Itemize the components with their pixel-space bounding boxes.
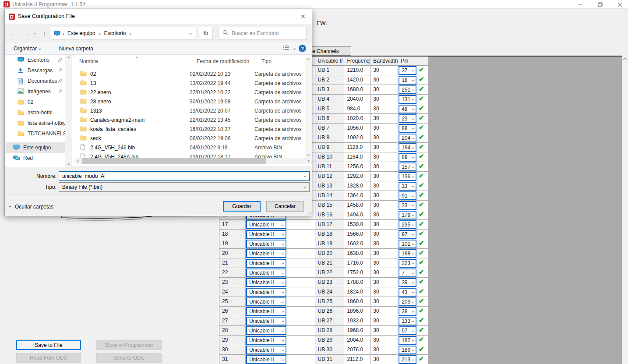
pin-dropdown[interactable]: 235 xyxy=(399,220,416,229)
sidebar-item-descargas[interactable]: Descargas xyxy=(6,65,65,76)
organize-menu[interactable]: Organizar xyxy=(14,46,41,52)
new-folder-button[interactable]: Nueva carpeta xyxy=(59,46,93,52)
view-options-chevron-icon[interactable] xyxy=(293,47,296,50)
sidebar-scroll-down-icon[interactable] xyxy=(65,161,72,167)
file-row[interactable]: 131313/02/2022 20:07Carpeta de archivos xyxy=(75,106,305,115)
mode-dropdown[interactable]: Unicable II xyxy=(246,355,286,364)
sidebar-item-este-equipo[interactable]: Este equipo xyxy=(6,142,65,153)
up-icon[interactable]: ↑ xyxy=(40,28,49,38)
pin-dropdown[interactable]: 213 xyxy=(399,355,416,364)
pin-dropdown[interactable]: 251 xyxy=(399,85,416,94)
pin-dropdown[interactable]: 48 xyxy=(399,105,416,113)
dialog-close-icon[interactable]: × xyxy=(299,12,307,21)
sidebar-item-escritorio[interactable]: Escritorio xyxy=(6,55,65,65)
pin-dropdown[interactable]: 37 xyxy=(399,66,416,75)
pin-dropdown[interactable]: 204 xyxy=(399,134,416,142)
list-scroll-up-icon[interactable] xyxy=(305,57,312,63)
filetype-select[interactable]: Binary File (*.bin) xyxy=(59,182,310,192)
sidebar-item-red[interactable]: Red xyxy=(6,153,65,163)
breadcrumb[interactable]: Este equipo Escritorio xyxy=(51,27,196,40)
pin-dropdown[interactable]: 97 xyxy=(399,230,416,239)
resize-grip[interactable] xyxy=(307,211,311,215)
save-to-file-button[interactable]: Save to File xyxy=(16,340,81,350)
restore-button[interactable] xyxy=(596,1,603,8)
pin-dropdown[interactable]: 101 xyxy=(399,240,416,248)
mode-dropdown[interactable]: Unicable II xyxy=(246,288,286,297)
file-list-scrollbar[interactable] xyxy=(305,57,312,158)
pin-dropdown[interactable]: 18 xyxy=(399,76,416,85)
save-button[interactable]: Guardar xyxy=(223,201,261,212)
forward-icon[interactable]: → xyxy=(21,28,31,38)
search-input[interactable]: Buscar en Escritorio xyxy=(219,27,307,40)
file-row[interactable]: 28 enero30/01/2022 19:08Carpeta de archi… xyxy=(75,97,305,106)
sidebar-item-02[interactable]: 02 xyxy=(6,97,65,107)
column-header-nombre[interactable]: Nombre xyxy=(75,57,192,66)
pin-dropdown[interactable]: 89 xyxy=(399,153,416,162)
pin-dropdown[interactable]: 131 xyxy=(399,95,416,104)
file-row[interactable]: 2.4G_V5H_246A.bin23/01/2022 18:17Archivo… xyxy=(75,152,305,158)
pin-dropdown[interactable]: 136 xyxy=(399,172,416,181)
file-list-horizontal-scrollbar[interactable] xyxy=(75,158,312,164)
sidebar-item-documentos[interactable]: Documentos xyxy=(6,76,65,86)
filename-dropdown-icon[interactable] xyxy=(303,175,306,177)
main-vertical-scrollbar[interactable] xyxy=(622,56,628,364)
pin-dropdown[interactable]: 91 xyxy=(399,191,416,200)
mode-dropdown[interactable]: Unicable II xyxy=(246,259,286,268)
pin-dropdown[interactable]: 209 xyxy=(399,297,416,306)
pin-dropdown[interactable]: 23 xyxy=(399,201,416,210)
sidebar-item-im-genes[interactable]: Imágenes xyxy=(6,86,65,97)
file-row[interactable]: 0202/02/2022 10:23Carpeta de archivos xyxy=(75,69,305,78)
scroll-right-icon[interactable] xyxy=(305,158,312,164)
pin-dropdown[interactable]: 13 xyxy=(399,182,416,191)
sidebar-item-astra-hotbi[interactable]: astra-hotbi xyxy=(6,107,65,118)
mode-dropdown[interactable]: Unicable II xyxy=(246,269,286,277)
send-to-odu-button[interactable]: Send to ODU xyxy=(96,353,162,363)
mode-dropdown[interactable]: Unicable II xyxy=(246,278,286,287)
pin-dropdown[interactable]: 7 xyxy=(399,269,416,277)
pin-dropdown[interactable]: 57 xyxy=(399,326,416,335)
column-header-fecha[interactable]: Fecha de modificación xyxy=(192,57,257,66)
mode-dropdown[interactable]: Unicable II xyxy=(246,326,286,335)
pin-dropdown[interactable]: 38 xyxy=(399,307,416,316)
horizontal-scroll-thumb[interactable] xyxy=(82,158,266,164)
store-in-programmer-button[interactable]: Store in Programmer xyxy=(96,340,162,350)
sidebar-item-tdtchannels[interactable]: TDTCHANNELS xyxy=(6,128,65,139)
pin-dropdown[interactable]: 182 xyxy=(399,336,416,345)
scroll-left-icon[interactable] xyxy=(75,158,82,164)
back-icon[interactable]: ← xyxy=(9,28,18,38)
mode-dropdown[interactable]: Unicable II xyxy=(246,297,286,306)
file-row[interactable]: 1313/02/2022 19:44Carpeta de archivos xyxy=(75,78,305,88)
pin-dropdown[interactable]: 23 xyxy=(399,114,416,123)
pin-dropdown[interactable]: 198 xyxy=(399,249,416,258)
list-scroll-down-icon[interactable] xyxy=(305,152,312,158)
help-icon[interactable]: ? xyxy=(299,45,306,52)
file-row[interactable]: seck06/02/2022 19:08Carpeta de archivos xyxy=(75,134,305,143)
breadcrumb-item-escritorio[interactable]: Escritorio xyxy=(104,30,126,36)
read-from-odu-button[interactable]: Read from ODU xyxy=(16,353,81,363)
file-row[interactable]: 2.4G_V5H_246.bin04/01/2022 9:19Archivo B… xyxy=(75,143,305,152)
pin-dropdown[interactable]: 43 xyxy=(399,288,416,297)
column-header-tipo[interactable]: Tipo xyxy=(257,57,305,66)
mode-dropdown[interactable]: Unicable II xyxy=(246,230,286,239)
pin-dropdown[interactable]: 157 xyxy=(399,163,416,171)
mode-dropdown[interactable]: Unicable II xyxy=(246,346,286,354)
address-dropdown-icon[interactable] xyxy=(185,27,196,39)
mode-dropdown[interactable]: Unicable II xyxy=(246,240,286,248)
sidebar-scroll-up-icon[interactable] xyxy=(65,55,72,61)
hide-folders-button[interactable]: Ocultar carpetas xyxy=(9,204,53,210)
cancel-button[interactable]: Cancelar xyxy=(266,201,304,212)
pin-dropdown[interactable]: 133 xyxy=(399,317,416,325)
mode-dropdown[interactable]: Unicable II xyxy=(246,336,286,345)
pin-dropdown[interactable]: 223 xyxy=(399,259,416,268)
pin-dropdown[interactable]: 39 xyxy=(399,278,416,287)
close-button[interactable] xyxy=(616,1,623,8)
sidebar-scrollbar[interactable] xyxy=(65,55,72,167)
filename-input[interactable]: unicable_modo_A xyxy=(59,171,310,181)
scroll-up-icon[interactable] xyxy=(622,56,628,63)
file-row[interactable]: koala_lista_canales16/01/2022 10:37Carpe… xyxy=(75,124,305,134)
file-row[interactable]: 22 enero22/01/2022 10:22Carpeta de archi… xyxy=(75,88,305,97)
history-chevron-icon[interactable] xyxy=(32,28,38,38)
view-options-icon[interactable] xyxy=(282,45,290,52)
pin-dropdown[interactable]: 189 xyxy=(399,346,416,354)
mode-dropdown[interactable]: Unicable II xyxy=(246,220,286,229)
